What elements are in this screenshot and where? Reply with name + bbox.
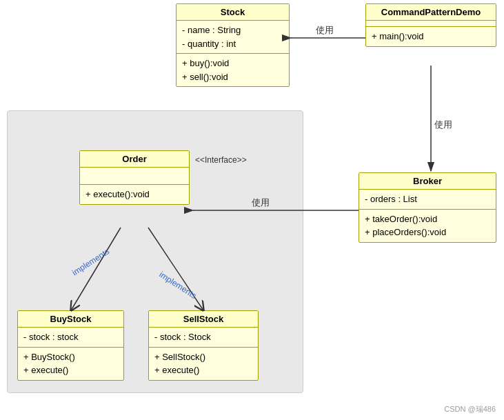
sellstock-method-0: + SellStock()	[154, 350, 252, 364]
buystock-title: BuyStock	[18, 311, 123, 328]
stock-attr-0: - name : String	[182, 23, 283, 37]
buystock-name: BuyStock	[50, 314, 92, 324]
order-method-0: + execute():void	[85, 188, 183, 201]
stock-method-0: + buy():void	[182, 57, 283, 70]
watermark: CSDN @瑞486	[444, 404, 496, 414]
stock-name: Stock	[221, 7, 245, 17]
sellstock-name: SellStock	[183, 314, 224, 324]
stock-title: Stock	[177, 4, 289, 21]
order-class: Order + execute():void	[79, 150, 190, 205]
svg-text:使用: 使用	[316, 25, 334, 35]
broker-title: Broker	[359, 173, 496, 190]
stock-method-1: + sell():void	[182, 70, 283, 84]
stock-methods: + buy():void + sell():void	[177, 54, 289, 86]
broker-method-0: + takeOrder():void	[365, 212, 490, 226]
buystock-methods: + BuyStock() + execute()	[18, 348, 123, 380]
broker-method-1: + placeOrders():void	[365, 226, 490, 239]
buystock-attr-0: - stock : stock	[23, 330, 118, 344]
command-pattern-demo-class: CommandPatternDemo + main():void	[365, 3, 496, 47]
broker-class: Broker - orders : List + takeOrder():voi…	[359, 172, 496, 243]
sellstock-attributes: - stock : Stock	[149, 328, 258, 348]
svg-text:使用: 使用	[434, 119, 452, 130]
order-title: Order	[80, 151, 189, 168]
buystock-class: BuyStock - stock : stock + BuyStock() + …	[17, 310, 124, 381]
sellstock-attr-0: - stock : Stock	[154, 330, 252, 344]
buystock-method-0: + BuyStock()	[23, 350, 118, 364]
sellstock-title: SellStock	[149, 311, 258, 328]
cpd-attributes	[366, 21, 496, 27]
cpd-method-0: + main():void	[372, 30, 490, 43]
diagram-area: Stock - name : String - quantity : int +…	[0, 0, 504, 420]
stock-attributes: - name : String - quantity : int	[177, 21, 289, 54]
cpd-name: CommandPatternDemo	[381, 7, 481, 17]
buystock-attributes: - stock : stock	[18, 328, 123, 348]
stereotype-text: <<Interface>>	[195, 155, 247, 165]
stock-attr-1: - quantity : int	[182, 37, 283, 51]
buystock-method-1: + execute()	[23, 363, 118, 377]
cpd-title: CommandPatternDemo	[366, 4, 496, 21]
order-methods: + execute():void	[80, 185, 189, 204]
broker-attributes: - orders : List	[359, 190, 496, 210]
interface-stereotype-label: <<Interface>>	[195, 155, 247, 165]
cpd-methods: + main():void	[366, 27, 496, 46]
order-name: Order	[122, 154, 146, 164]
sellstock-class: SellStock - stock : Stock + SellStock() …	[148, 310, 259, 381]
sellstock-methods: + SellStock() + execute()	[149, 348, 258, 380]
sellstock-method-1: + execute()	[154, 363, 252, 377]
watermark-text: CSDN @瑞486	[444, 405, 496, 413]
order-attributes	[80, 168, 189, 185]
broker-name: Broker	[413, 176, 442, 186]
broker-attr-0: - orders : List	[365, 192, 490, 206]
broker-methods: + takeOrder():void + placeOrders():void	[359, 210, 496, 242]
stock-class: Stock - name : String - quantity : int +…	[176, 3, 290, 87]
